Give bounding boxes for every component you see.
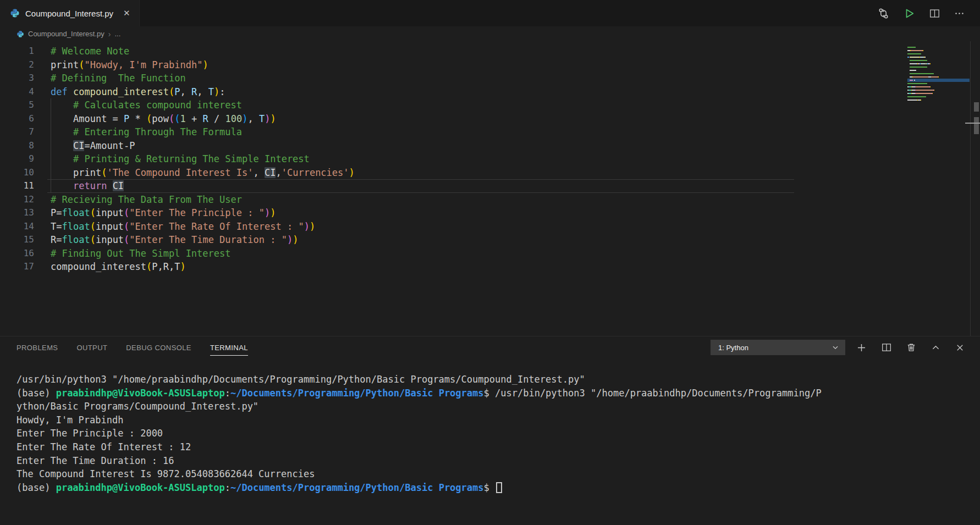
panel-tab-output[interactable]: OUTPUT (76, 336, 107, 358)
code-line[interactable]: 3# Defining The Function (0, 71, 980, 85)
close-panel-icon[interactable] (955, 343, 965, 352)
code-text: P=float(input("Enter The Principle : ")) (34, 206, 276, 220)
code-line[interactable]: 5 # Calculates compound interest (0, 98, 980, 112)
line-number[interactable]: 2 (0, 58, 34, 72)
editor-scrollbar[interactable] (970, 41, 980, 336)
chevron-right-icon: › (108, 30, 111, 38)
code-text: T=float(input("Enter The Rate Of Interes… (34, 220, 315, 234)
line-number[interactable]: 9 (0, 152, 34, 166)
line-number[interactable]: 16 (0, 247, 34, 261)
terminal-line: (base) praabindhp@VivoBook-ASUSLaptop:~/… (16, 386, 975, 400)
terminal-line: Enter The Principle : 2000 (16, 427, 975, 440)
overview-ruler-cursor-line (965, 123, 980, 124)
terminal-line: Howdy, I'm Prabindh (16, 413, 975, 427)
vscode-window: Coumpound_Interest.py ✕ (0, 0, 980, 525)
line-number[interactable]: 8 (0, 139, 34, 153)
more-actions-icon[interactable] (954, 8, 965, 19)
code-editor[interactable]: 1# Welcome Note2print("Howdy, I'm Prabin… (0, 41, 980, 336)
code-text: print("Howdy, I'm Prabindh") (34, 58, 208, 72)
code-text: # Printing & Returning The Simple Intere… (34, 152, 310, 166)
minimap-row (907, 98, 970, 102)
tab-title: Coumpound_Interest.py (25, 9, 113, 18)
overview-ruler-mark (974, 117, 979, 134)
tab-coumpound-interest[interactable]: Coumpound_Interest.py ✕ (0, 0, 140, 26)
panel-tab-terminal[interactable]: TERMINAL (210, 336, 248, 358)
open-changes-icon[interactable] (878, 8, 889, 19)
line-number[interactable]: 17 (0, 260, 34, 274)
breadcrumb-symbol-more[interactable]: ... (114, 30, 120, 38)
code-line[interactable]: 16# Finding Out The Simpl Interest (0, 247, 980, 261)
terminal-line: (base) praabindhp@VivoBook-ASUSLaptop:~/… (16, 481, 975, 495)
code-line[interactable]: 8 CI=Amount-P (0, 139, 980, 153)
code-line[interactable]: 17compound_interest(P,R,T) (0, 260, 980, 274)
line-number[interactable]: 10 (0, 166, 34, 180)
code-text: Amount = P * (pow((1 + R / 100), T)) (34, 112, 276, 126)
line-number[interactable]: 5 (0, 98, 34, 112)
terminal-lines: /usr/bin/python3 "/home/praabindhp/Docum… (16, 373, 975, 494)
run-icon[interactable] (904, 8, 915, 19)
code-line[interactable]: 1# Welcome Note (0, 45, 980, 58)
line-number[interactable]: 11 (0, 179, 34, 193)
maximize-panel-icon[interactable] (931, 343, 940, 352)
line-number[interactable]: 15 (0, 233, 34, 247)
line-number[interactable]: 6 (0, 112, 34, 126)
code-line[interactable]: 12# Recieving The Data From The User (0, 193, 980, 207)
split-terminal-icon[interactable] (882, 342, 891, 352)
code-line[interactable]: 15R=float(input("Enter The Time Duration… (0, 233, 980, 247)
code-line[interactable]: 7 # Entering Through The Formula (0, 125, 980, 139)
code-line[interactable]: 6 Amount = P * (pow((1 + R / 100), T)) (0, 112, 980, 126)
code-line[interactable]: 9 # Printing & Returning The Simple Inte… (0, 152, 980, 166)
code-text: # Entering Through The Formula (34, 125, 242, 139)
code-text: # Defining The Function (34, 71, 186, 85)
overview-ruler-mark (974, 102, 979, 112)
minimap[interactable] (907, 46, 970, 102)
line-number[interactable]: 12 (0, 193, 34, 207)
split-editor-icon[interactable] (929, 8, 940, 19)
line-number[interactable]: 7 (0, 125, 34, 139)
code-line[interactable]: 14T=float(input("Enter The Rate Of Inter… (0, 220, 980, 234)
terminal-cursor (496, 482, 502, 493)
terminal-line: /usr/bin/python3 "/home/praabindhp/Docum… (16, 373, 975, 386)
kill-terminal-icon[interactable] (906, 342, 916, 352)
code-text: # Welcome Note (34, 45, 129, 58)
terminal-selector-dropdown[interactable]: 1: Python (711, 340, 845, 355)
line-number[interactable]: 14 (0, 220, 34, 234)
panel-header: PROBLEMSOUTPUTDEBUG CONSOLETERMINAL 1: P… (0, 336, 980, 358)
code-text: CI=Amount-P (34, 139, 135, 153)
terminal-line: Enter The Time Duration : 16 (16, 454, 975, 468)
code-line[interactable]: 2print("Howdy, I'm Prabindh") (0, 58, 980, 72)
line-number[interactable]: 13 (0, 206, 34, 220)
code-text: # Recieving The Data From The User (34, 193, 242, 207)
code-line[interactable]: 11 return CI (0, 179, 980, 193)
code-text: # Finding Out The Simpl Interest (34, 247, 231, 261)
terminal-line: The Compound Interest Is 9872.0540836626… (16, 467, 975, 481)
breadcrumb: Coumpound_Interest.py › ... (0, 26, 980, 41)
python-icon (10, 8, 20, 18)
code-text: def compound_interest(P, R, T): (34, 85, 225, 99)
panel-tab-problems[interactable]: PROBLEMS (16, 336, 58, 358)
code-lines: 1# Welcome Note2print("Howdy, I'm Prabin… (0, 45, 980, 274)
terminal[interactable]: /usr/bin/python3 "/home/praabindhp/Docum… (0, 358, 980, 525)
code-text: compound_interest(P,R,T) (34, 260, 186, 274)
new-terminal-icon[interactable] (856, 342, 867, 353)
code-line[interactable]: 4def compound_interest(P, R, T): (0, 85, 980, 99)
python-icon (16, 30, 24, 38)
panel-tab-debug-console[interactable]: DEBUG CONSOLE (126, 336, 191, 358)
bottom-panel: PROBLEMSOUTPUTDEBUG CONSOLETERMINAL 1: P… (0, 336, 980, 525)
close-icon[interactable]: ✕ (123, 8, 130, 18)
code-line[interactable]: 10 print('The Compound Interest Is', CI,… (0, 166, 980, 180)
terminal-line: Enter The Rate Of Interest : 12 (16, 440, 975, 454)
code-text: R=float(input("Enter The Time Duration :… (34, 233, 298, 247)
line-number[interactable]: 4 (0, 85, 34, 99)
code-text: # Calculates compound interest (34, 98, 242, 112)
code-line[interactable]: 13P=float(input("Enter The Principle : "… (0, 206, 980, 220)
line-number[interactable]: 1 (0, 45, 34, 58)
editor-actions (878, 0, 980, 26)
chevron-down-icon (831, 343, 840, 352)
panel-actions (856, 342, 980, 353)
breadcrumb-file[interactable]: Coumpound_Interest.py (28, 30, 104, 38)
terminal-selector-label: 1: Python (718, 344, 831, 352)
terminal-line: ython/Basic Programs/Coumpound_Interest.… (16, 400, 975, 413)
editor-tab-bar: Coumpound_Interest.py ✕ (0, 0, 980, 26)
line-number[interactable]: 3 (0, 71, 34, 85)
